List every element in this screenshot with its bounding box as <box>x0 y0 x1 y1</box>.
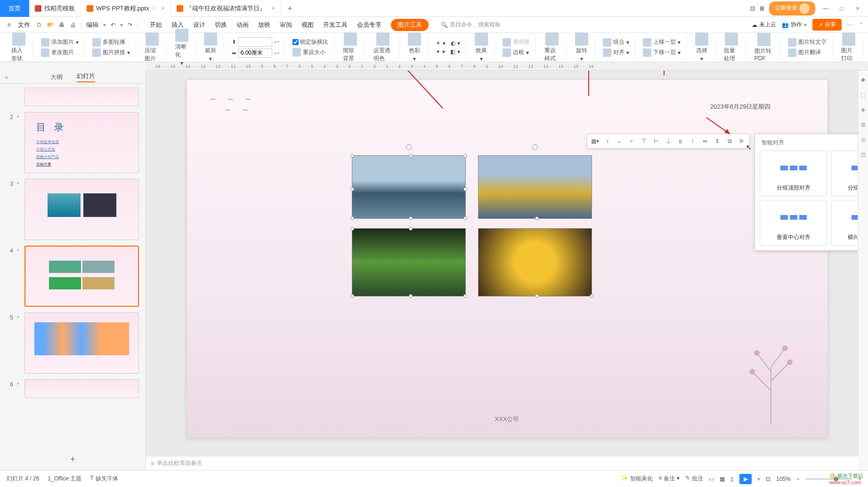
tab-animation[interactable]: 动画 <box>236 19 249 31</box>
home-tab[interactable]: 首页 <box>0 0 29 17</box>
cloud-status[interactable]: ☁未上云 <box>752 21 776 29</box>
fit-icon[interactable]: ⊡ <box>766 476 771 482</box>
view-sorter-icon[interactable]: ▦ <box>720 476 725 482</box>
slides-tab[interactable]: 幻灯片 <box>77 72 95 82</box>
resize-handle[interactable] <box>350 216 354 220</box>
height-input[interactable] <box>238 37 272 47</box>
theme-label[interactable]: 1_Office 主题 <box>48 475 81 483</box>
select-button[interactable]: 选择▾ <box>692 32 711 63</box>
thumb-2[interactable]: 2✦ 目 录介绍基本信息介绍公文化面貌介绍产品营销方案 <box>7 112 139 173</box>
remove-bg-button[interactable]: 抠除背景 <box>340 32 361 64</box>
resize-handle[interactable] <box>350 154 354 158</box>
document-tab[interactable]: WPS PPT教程.pptx ○ × <box>81 0 171 17</box>
change-image-button[interactable]: 更改图片 <box>39 48 81 58</box>
undo-icon[interactable]: ↶ <box>109 21 117 29</box>
transparency-button[interactable]: 透明度 <box>501 37 532 48</box>
resize-handle[interactable] <box>350 187 354 191</box>
slide-image-4[interactable] <box>478 228 592 296</box>
thumb-1[interactable] <box>7 88 139 106</box>
zoom-level[interactable]: 105% <box>776 476 791 482</box>
color-button[interactable]: 色彩▾ <box>405 32 424 63</box>
tab-start[interactable]: 开始 <box>150 19 162 31</box>
grid-icon[interactable]: ⊡ <box>750 5 755 12</box>
slide-image-3[interactable] <box>352 228 466 296</box>
share-button[interactable]: ↗分享 <box>812 19 842 31</box>
comments-toggle[interactable]: ✎批注 <box>685 475 703 483</box>
open-icon[interactable]: 📂 <box>46 21 55 29</box>
tab-view[interactable]: 视图 <box>301 19 314 31</box>
align-top-icon[interactable]: ⊤ <box>638 136 649 146</box>
tab-devtools[interactable]: 开发工具 <box>323 19 348 31</box>
reset-style-button[interactable]: 重设样式 <box>542 32 562 64</box>
img-print-button[interactable]: 图片打印 <box>838 32 859 64</box>
align-center-h-icon[interactable]: ⫠ <box>614 136 625 146</box>
align-button[interactable]: 对齐▾ <box>601 48 631 58</box>
multi-outline-button[interactable]: 多图轮播 <box>90 37 132 48</box>
distribute-v-icon[interactable]: ⫶ <box>687 136 698 146</box>
add-slide-button[interactable]: + <box>0 451 146 468</box>
move-up-button[interactable]: 上移一层▾ <box>641 37 682 48</box>
collapse-ribbon-icon[interactable]: ⌃ <box>859 22 863 28</box>
new-tab-button[interactable]: + <box>281 4 299 13</box>
resize-handle[interactable] <box>409 154 413 158</box>
play-button[interactable]: ▶ <box>739 474 752 484</box>
clarity-button[interactable]: 清晰化▾ <box>172 28 191 67</box>
edit-menu[interactable]: 编辑 <box>84 21 100 29</box>
close-icon[interactable]: × <box>271 5 275 12</box>
swap-icon[interactable]: ⧉ <box>724 136 735 146</box>
outline-tab[interactable]: 大纲 <box>50 73 63 81</box>
resize-handle[interactable] <box>350 294 354 298</box>
rotate-button[interactable]: 旋转▾ <box>572 32 591 63</box>
resize-handle[interactable] <box>463 187 467 191</box>
file-menu[interactable]: 文件 <box>16 21 32 29</box>
more-icon[interactable]: ⋯ <box>847 22 853 28</box>
command-search[interactable]: 🔍 查找命令、搜索模板 <box>441 21 501 29</box>
tab-slideshow[interactable]: 放映 <box>258 19 270 31</box>
border-button[interactable]: 边框▾ <box>501 48 532 58</box>
set-transparent-button[interactable]: 设置透明色 <box>371 32 396 64</box>
brightness-button[interactable]: ☀▾ ◐▾ <box>434 39 462 48</box>
smart-align-option-vcenter[interactable]: 垂直中心对齐 <box>760 200 827 246</box>
resize-handle[interactable] <box>535 294 539 298</box>
resize-handle[interactable] <box>590 294 593 298</box>
align-left-icon[interactable]: ⫞ <box>601 136 613 146</box>
tab-dropdown-icon[interactable]: ○ <box>152 5 156 12</box>
tab-transition[interactable]: 切换 <box>215 19 227 31</box>
rotate-handle[interactable] <box>532 144 538 150</box>
collab-button[interactable]: 👥协作▾ <box>782 21 807 29</box>
redo-icon[interactable]: ↷ <box>126 21 134 29</box>
notes-toggle[interactable]: ≡备注▾ <box>658 475 680 483</box>
image-join-button[interactable]: 图片拼接▾ <box>90 48 132 58</box>
height-spinner[interactable]: ▲▼ <box>274 40 279 44</box>
close-window-icon[interactable]: × <box>852 5 863 12</box>
thumb-6[interactable]: 6✦ <box>7 379 139 398</box>
tab-member[interactable]: 会员专享 <box>357 19 381 31</box>
thumb-5[interactable]: 5✦ <box>7 312 139 374</box>
resize-handle[interactable] <box>409 227 413 231</box>
panel-collapse-icon[interactable]: « <box>5 73 8 80</box>
reset-size-button[interactable]: 重设大小 <box>291 47 330 57</box>
resize-handle[interactable] <box>350 227 354 231</box>
notes-bar[interactable]: ≡ 单击此处添加备注 <box>146 456 859 470</box>
menu-icon[interactable]: ≡ <box>5 21 13 29</box>
width-spinner[interactable]: ▲▼ <box>274 51 279 55</box>
equal-height-icon[interactable]: ⇕ <box>712 136 723 146</box>
maximize-icon[interactable]: □ <box>836 5 847 12</box>
panel-icon[interactable]: ◈ <box>861 106 865 113</box>
panel-icon[interactable]: ◆ <box>861 76 865 83</box>
crop-button[interactable]: 裁剪▾ <box>201 32 220 63</box>
tab-image-tools[interactable]: 图片工具 <box>391 19 429 31</box>
sparkle-button[interactable]: ✦▾ ◧▾ <box>434 48 462 56</box>
equal-width-icon[interactable]: ⇔ <box>699 136 711 146</box>
img-translate-button[interactable]: 图片翻译 <box>786 48 828 58</box>
resize-handle[interactable] <box>463 154 467 158</box>
missing-font[interactable]: T缺失字体 <box>90 475 118 483</box>
document-tab-2[interactable]: 『端午狂欢祝福浓情满节日』 × <box>171 0 281 17</box>
panel-icon[interactable]: ⊡ <box>861 152 866 158</box>
img-to-text-button[interactable]: 图片转文字 <box>786 37 828 48</box>
img-to-pdf-button[interactable]: 图片转PDF <box>752 32 777 63</box>
smart-beautify-button[interactable]: ✨智能美化 <box>621 475 653 483</box>
resize-handle[interactable] <box>463 216 467 220</box>
batch-button[interactable]: 批量处理 <box>721 32 742 64</box>
insert-shape-button[interactable]: 插入形状 <box>8 32 29 64</box>
